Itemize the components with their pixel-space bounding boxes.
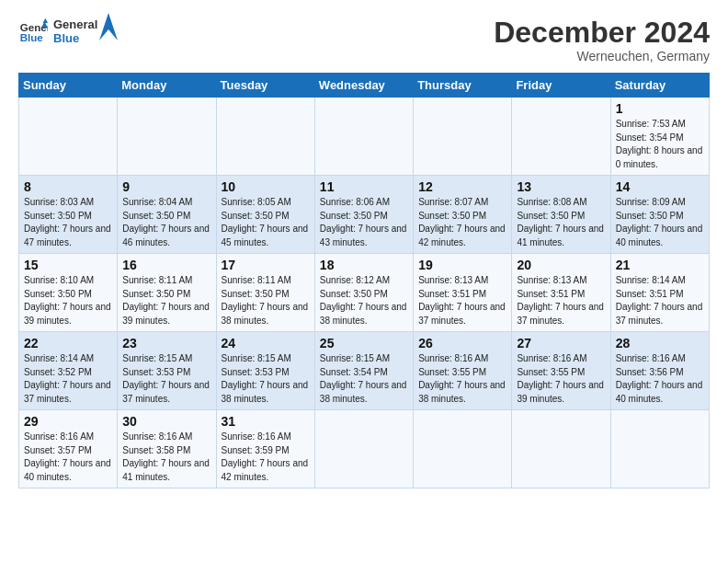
day-number: 18	[320, 258, 409, 272]
week-row-2: 8 Sunrise: 8:03 AMSunset: 3:50 PMDayligh…	[19, 176, 710, 254]
header: General Blue General Blue December 2024 …	[18, 17, 710, 63]
day-number: 12	[418, 179, 507, 194]
logo: General Blue General Blue	[18, 17, 118, 46]
calendar-cell: 23 Sunrise: 8:15 AMSunset: 3:53 PMDaylig…	[118, 332, 216, 410]
day-number: 30	[122, 414, 211, 429]
day-info: Sunrise: 8:07 AMSunset: 3:50 PMDaylight:…	[418, 197, 506, 247]
day-number: 1	[616, 101, 705, 116]
calendar-cell: 20 Sunrise: 8:13 AMSunset: 3:51 PMDaylig…	[512, 254, 610, 332]
calendar-cell: 22 Sunrise: 8:14 AMSunset: 3:52 PMDaylig…	[19, 332, 118, 410]
day-info: Sunrise: 8:03 AMSunset: 3:50 PMDaylight:…	[24, 197, 111, 247]
day-info: Sunrise: 8:15 AMSunset: 3:54 PMDaylight:…	[320, 353, 407, 404]
calendar-cell: 26 Sunrise: 8:16 AMSunset: 3:55 PMDaylig…	[414, 332, 512, 410]
page: General Blue General Blue December 2024 …	[0, 0, 728, 498]
day-info: Sunrise: 8:15 AMSunset: 3:53 PMDaylight:…	[122, 353, 210, 404]
day-info: Sunrise: 8:09 AMSunset: 3:50 PMDaylight:…	[616, 197, 703, 247]
logo-general: General	[53, 17, 97, 31]
day-info: Sunrise: 8:16 AMSunset: 3:57 PMDaylight:…	[24, 431, 111, 482]
day-number: 23	[122, 336, 211, 350]
svg-text:Blue: Blue	[20, 32, 44, 43]
day-number: 26	[418, 336, 507, 350]
col-sat: Saturday	[610, 74, 709, 98]
day-info: Sunrise: 8:05 AMSunset: 3:50 PMDaylight:…	[222, 197, 309, 247]
calendar-cell: 28 Sunrise: 8:16 AMSunset: 3:56 PMDaylig…	[610, 332, 709, 410]
calendar-cell: 8 Sunrise: 8:03 AMSunset: 3:50 PMDayligh…	[19, 176, 118, 254]
calendar-cell: 30 Sunrise: 8:16 AMSunset: 3:58 PMDaylig…	[118, 410, 216, 488]
calendar-cell: 15 Sunrise: 8:10 AMSunset: 3:50 PMDaylig…	[19, 254, 118, 332]
calendar-cell: 27 Sunrise: 8:16 AMSunset: 3:55 PMDaylig…	[512, 332, 610, 410]
calendar-cell	[512, 98, 610, 176]
day-number: 13	[517, 179, 606, 194]
day-info: Sunrise: 8:16 AMSunset: 3:55 PMDaylight:…	[517, 353, 604, 404]
day-info: Sunrise: 8:04 AMSunset: 3:50 PMDaylight:…	[122, 197, 210, 247]
svg-marker-4	[99, 13, 118, 40]
calendar-cell: 24 Sunrise: 8:15 AMSunset: 3:53 PMDaylig…	[216, 332, 314, 410]
header-row: Sunday Monday Tuesday Wednesday Thursday…	[19, 74, 710, 98]
day-info: Sunrise: 8:14 AMSunset: 3:51 PMDaylight:…	[616, 275, 703, 326]
calendar-cell: 13 Sunrise: 8:08 AMSunset: 3:50 PMDaylig…	[512, 176, 610, 254]
svg-marker-2	[43, 18, 48, 23]
col-fri: Friday	[512, 74, 610, 98]
col-mon: Monday	[118, 74, 216, 98]
calendar-cell: 14 Sunrise: 8:09 AMSunset: 3:50 PMDaylig…	[610, 176, 709, 254]
calendar-cell: 12 Sunrise: 8:07 AMSunset: 3:50 PMDaylig…	[414, 176, 512, 254]
calendar-cell	[512, 410, 610, 488]
month-title: December 2024	[494, 17, 710, 49]
day-number: 28	[616, 336, 705, 350]
day-number: 16	[122, 258, 211, 272]
day-number: 31	[222, 414, 311, 429]
col-thu: Thursday	[414, 74, 512, 98]
calendar-cell: 29 Sunrise: 8:16 AMSunset: 3:57 PMDaylig…	[19, 410, 118, 488]
calendar-cell	[19, 98, 118, 176]
day-number: 17	[222, 258, 311, 272]
day-info: Sunrise: 8:16 AMSunset: 3:55 PMDaylight:…	[418, 353, 506, 404]
calendar-cell: 25 Sunrise: 8:15 AMSunset: 3:54 PMDaylig…	[314, 332, 413, 410]
week-row-4: 22 Sunrise: 8:14 AMSunset: 3:52 PMDaylig…	[19, 332, 710, 410]
day-info: Sunrise: 8:15 AMSunset: 3:53 PMDaylight:…	[222, 353, 309, 404]
calendar-table: Sunday Monday Tuesday Wednesday Thursday…	[18, 73, 710, 488]
calendar-cell	[216, 98, 314, 176]
day-number: 19	[418, 258, 507, 272]
day-number: 15	[24, 258, 113, 272]
calendar-cell: 10 Sunrise: 8:05 AMSunset: 3:50 PMDaylig…	[216, 176, 314, 254]
col-sun: Sunday	[19, 74, 118, 98]
title-block: December 2024 Werneuchen, Germany	[494, 17, 710, 63]
day-info: Sunrise: 8:16 AMSunset: 3:59 PMDaylight:…	[222, 431, 309, 482]
day-number: 10	[222, 179, 311, 194]
week-row-1: 1 Sunrise: 7:53 AMSunset: 3:54 PMDayligh…	[19, 98, 710, 176]
calendar-cell: 11 Sunrise: 8:06 AMSunset: 3:50 PMDaylig…	[314, 176, 413, 254]
day-number: 8	[24, 179, 113, 194]
calendar-cell: 21 Sunrise: 8:14 AMSunset: 3:51 PMDaylig…	[610, 254, 709, 332]
calendar-cell: 9 Sunrise: 8:04 AMSunset: 3:50 PMDayligh…	[118, 176, 216, 254]
day-number: 25	[320, 336, 409, 350]
day-info: Sunrise: 8:12 AMSunset: 3:50 PMDaylight:…	[320, 275, 407, 326]
day-info: Sunrise: 8:16 AMSunset: 3:56 PMDaylight:…	[616, 353, 703, 404]
day-info: Sunrise: 8:10 AMSunset: 3:50 PMDaylight:…	[24, 275, 111, 326]
calendar-cell: 19 Sunrise: 8:13 AMSunset: 3:51 PMDaylig…	[414, 254, 512, 332]
calendar-cell: 17 Sunrise: 8:11 AMSunset: 3:50 PMDaylig…	[216, 254, 314, 332]
day-info: Sunrise: 8:11 AMSunset: 3:50 PMDaylight:…	[122, 275, 210, 326]
calendar-cell: 16 Sunrise: 8:11 AMSunset: 3:50 PMDaylig…	[118, 254, 216, 332]
calendar-cell	[414, 410, 512, 488]
week-row-5: 29 Sunrise: 8:16 AMSunset: 3:57 PMDaylig…	[19, 410, 710, 488]
day-number: 22	[24, 336, 113, 350]
logo-blue: Blue	[53, 31, 97, 45]
calendar-cell: 1 Sunrise: 7:53 AMSunset: 3:54 PMDayligh…	[610, 98, 709, 176]
day-number: 9	[122, 179, 211, 194]
col-tue: Tuesday	[216, 74, 314, 98]
calendar-cell	[314, 98, 413, 176]
logo-wave-icon	[99, 13, 118, 40]
day-number: 21	[616, 258, 705, 272]
day-info: Sunrise: 8:13 AMSunset: 3:51 PMDaylight:…	[418, 275, 506, 326]
calendar-cell	[314, 410, 413, 488]
logo-icon: General Blue	[18, 17, 48, 46]
day-number: 20	[517, 258, 606, 272]
day-number: 24	[222, 336, 311, 350]
day-info: Sunrise: 7:53 AMSunset: 3:54 PMDaylight:…	[616, 119, 703, 169]
day-number: 14	[616, 179, 705, 194]
day-info: Sunrise: 8:06 AMSunset: 3:50 PMDaylight:…	[320, 197, 407, 247]
week-row-3: 15 Sunrise: 8:10 AMSunset: 3:50 PMDaylig…	[19, 254, 710, 332]
day-info: Sunrise: 8:08 AMSunset: 3:50 PMDaylight:…	[517, 197, 604, 247]
day-number: 27	[517, 336, 606, 350]
calendar-cell	[610, 410, 709, 488]
